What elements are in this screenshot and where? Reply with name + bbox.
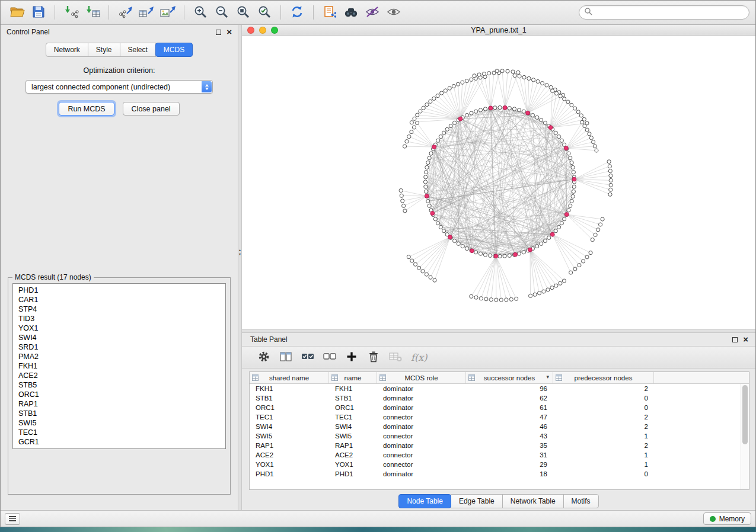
network-node[interactable] <box>571 165 575 169</box>
network-node[interactable] <box>588 132 591 136</box>
network-node[interactable] <box>413 262 417 266</box>
table-row[interactable]: TEC1TEC1connector472 <box>250 412 749 422</box>
network-node[interactable] <box>442 131 446 134</box>
network-node[interactable] <box>479 297 483 300</box>
network-node[interactable] <box>572 185 576 188</box>
float-panel-icon[interactable] <box>216 30 221 35</box>
mcds-node-item[interactable]: SWI5 <box>13 418 225 428</box>
save-button[interactable] <box>28 4 49 22</box>
column-header-predecessor-nodes[interactable]: predecessor nodes <box>553 372 654 383</box>
network-node[interactable] <box>609 188 613 191</box>
network-node[interactable] <box>421 270 425 273</box>
network-node[interactable] <box>416 113 419 117</box>
tab-mcds[interactable]: MCDS <box>155 43 193 57</box>
show-eye-button[interactable] <box>383 4 404 22</box>
network-node[interactable] <box>550 286 554 290</box>
mcds-node-item[interactable]: CAR1 <box>13 295 225 305</box>
mcds-node-item[interactable]: ACE2 <box>13 371 225 380</box>
network-node[interactable] <box>595 149 598 152</box>
export-network-button[interactable] <box>114 4 136 22</box>
network-node[interactable] <box>410 130 413 134</box>
network-node[interactable] <box>554 92 558 95</box>
network-node[interactable] <box>487 72 491 75</box>
column-header-successor-nodes[interactable]: successor nodes▾ <box>466 372 553 383</box>
network-node[interactable] <box>436 222 440 225</box>
network-node[interactable] <box>424 175 428 179</box>
network-node[interactable] <box>609 183 613 187</box>
table-row[interactable]: FKH1FKH1dominator962 <box>250 384 749 393</box>
network-node[interactable] <box>608 165 611 168</box>
splitter-grip-icon[interactable]: ▴▾ <box>238 248 241 257</box>
table-row[interactable]: PHD1PHD1dominator180 <box>250 469 749 479</box>
network-node[interactable] <box>531 78 535 82</box>
network-node[interactable] <box>428 156 431 160</box>
network-node[interactable] <box>508 107 511 110</box>
network-node[interactable] <box>608 193 612 196</box>
network-node[interactable] <box>495 69 499 73</box>
zoom-out-button[interactable] <box>211 4 232 22</box>
network-node[interactable] <box>399 188 403 192</box>
dominator-node[interactable] <box>548 126 553 130</box>
dominator-node[interactable] <box>564 213 569 217</box>
import-table-button[interactable] <box>82 4 103 22</box>
import-network-button[interactable] <box>60 4 82 22</box>
gear-button[interactable] <box>255 349 273 366</box>
network-node[interactable] <box>483 253 487 257</box>
dominator-node[interactable] <box>572 177 576 181</box>
network-node[interactable] <box>528 294 532 297</box>
refresh-button[interactable] <box>286 4 308 22</box>
network-node[interactable] <box>570 161 573 164</box>
network-node[interactable] <box>567 209 570 212</box>
network-node[interactable] <box>569 271 573 274</box>
column-grid-icon[interactable] <box>556 374 562 382</box>
network-node[interactable] <box>461 245 464 248</box>
network-node[interactable] <box>470 111 473 115</box>
network-node[interactable] <box>493 106 497 110</box>
network-node[interactable] <box>517 252 521 255</box>
network-node[interactable] <box>549 85 553 89</box>
network-node[interactable] <box>533 293 537 296</box>
network-node[interactable] <box>557 135 561 139</box>
close-window-button[interactable] <box>247 27 254 34</box>
hide-selected-eye-button[interactable] <box>362 4 383 22</box>
network-node[interactable] <box>551 89 554 92</box>
network-node[interactable] <box>483 107 487 111</box>
network-node[interactable] <box>535 116 539 119</box>
dominator-node[interactable] <box>528 248 532 252</box>
mcds-node-item[interactable]: SWI4 <box>13 333 225 342</box>
network-node[interactable] <box>522 110 525 113</box>
network-node[interactable] <box>596 228 600 232</box>
network-node[interactable] <box>425 103 429 107</box>
network-node[interactable] <box>515 297 518 300</box>
network-node[interactable] <box>479 108 482 112</box>
network-node[interactable] <box>589 251 592 255</box>
dominator-node[interactable] <box>564 146 568 150</box>
network-node[interactable] <box>547 236 551 239</box>
network-node[interactable] <box>531 113 534 117</box>
network-node[interactable] <box>508 254 511 257</box>
dominator-node[interactable] <box>503 105 507 110</box>
dominator-node[interactable] <box>550 232 554 236</box>
clear-checks-button[interactable] <box>321 349 339 366</box>
column-grid-icon[interactable] <box>379 374 386 382</box>
network-node[interactable] <box>583 124 586 127</box>
column-header-name[interactable]: name <box>329 372 377 383</box>
tab-motifs[interactable]: Motifs <box>563 494 599 508</box>
dominator-node[interactable] <box>448 235 452 239</box>
network-node[interactable] <box>499 298 503 302</box>
network-node[interactable] <box>412 126 416 129</box>
network-node[interactable] <box>609 178 613 182</box>
network-node[interactable] <box>513 73 516 77</box>
network-node[interactable] <box>582 259 585 263</box>
network-node[interactable] <box>591 238 594 242</box>
network-node[interactable] <box>540 118 543 122</box>
zoom-fit-button[interactable] <box>232 4 254 22</box>
network-node[interactable] <box>570 199 573 203</box>
network-node[interactable] <box>560 222 563 225</box>
network-node[interactable] <box>562 279 566 283</box>
chevron-down-icon[interactable]: ▾ <box>546 374 549 380</box>
column-grid-icon[interactable] <box>331 374 338 382</box>
share-document-button[interactable] <box>319 4 340 22</box>
network-node[interactable] <box>566 100 570 104</box>
network-node[interactable] <box>591 140 595 144</box>
